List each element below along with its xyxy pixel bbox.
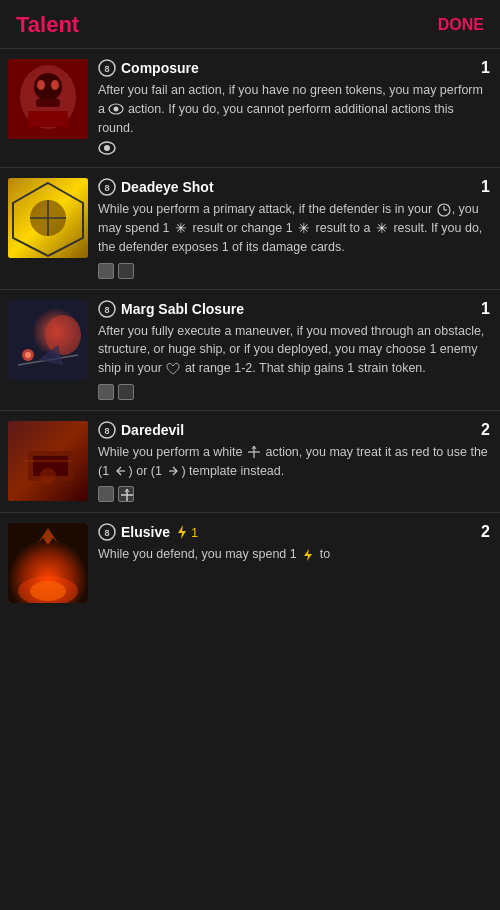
deadeye-title: Deadeye Shot — [121, 179, 214, 195]
talent-symbol-icon4: 8 — [98, 421, 116, 439]
list-item: 8 Deadeye Shot 1 While you perform a pri… — [0, 167, 500, 288]
token-square-4 — [118, 384, 134, 400]
burst-inline-icon2: ✳ — [296, 221, 312, 237]
daredevil-image — [8, 421, 88, 501]
bolt-inline-icon — [300, 547, 316, 563]
daredevil-content: 8 Daredevil 2 While you perform a white … — [98, 421, 490, 503]
bolt-count: 1 — [191, 525, 198, 540]
deadeye-content: 8 Deadeye Shot 1 While you perform a pri… — [98, 178, 490, 278]
svg-text:8: 8 — [104, 426, 109, 436]
done-button[interactable]: DONE — [438, 16, 484, 34]
elusive-count: 2 — [472, 523, 490, 541]
deadeye-name-group: 8 Deadeye Shot — [98, 178, 214, 196]
svg-rect-5 — [36, 99, 60, 107]
list-item: 8 Marg Sabl Closure 1 After you fully ex… — [0, 289, 500, 410]
header: Talent DONE — [0, 0, 500, 48]
svg-point-30 — [25, 352, 31, 358]
svg-point-12 — [104, 145, 110, 151]
svg-point-37 — [40, 468, 56, 484]
svg-text:8: 8 — [104, 528, 109, 538]
deadeye-image — [8, 178, 88, 258]
svg-rect-6 — [28, 111, 68, 127]
deadeye-tokens — [98, 263, 490, 279]
daredevil-name-group: 8 Daredevil — [98, 421, 184, 439]
svg-marker-56 — [178, 525, 186, 539]
talent-symbol-icon3: 8 — [98, 300, 116, 318]
list-item: 8 Elusive 1 2 While you defend, you may … — [0, 512, 500, 613]
talent-symbol-icon5: 8 — [98, 523, 116, 541]
daredevil-title: Daredevil — [121, 422, 184, 438]
elusive-name-group: 8 Elusive 1 — [98, 523, 198, 541]
composure-image — [8, 59, 88, 139]
list-item: 8 Daredevil 2 While you perform a white … — [0, 410, 500, 513]
marg-description: After you fully execute a maneuver, if y… — [98, 322, 490, 378]
svg-point-3 — [37, 80, 45, 90]
marg-tokens — [98, 384, 490, 400]
svg-text:8: 8 — [104, 305, 109, 315]
burst-inline-icon1: ✳ — [173, 221, 189, 237]
svg-point-52 — [30, 581, 66, 601]
marg-title: Marg Sabl Closure — [121, 301, 244, 317]
token-square-1 — [98, 263, 114, 279]
elusive-image — [8, 523, 88, 603]
marg-content: 8 Marg Sabl Closure 1 After you fully ex… — [98, 300, 490, 400]
token-square-6 — [118, 486, 134, 502]
svg-point-4 — [51, 80, 59, 90]
composure-content: 8 Composure 1 After you fail an action, … — [98, 59, 490, 157]
deadeye-description: While you perform a primary attack, if t… — [98, 200, 490, 256]
svg-point-10 — [114, 107, 119, 112]
crosshair-inline-icon — [246, 444, 262, 460]
turn-right-icon — [165, 463, 181, 479]
composure-title: Composure — [121, 60, 199, 76]
talent-symbol-icon2: 8 — [98, 178, 116, 196]
talent-symbol-icon: 8 — [98, 59, 116, 77]
composure-count: 1 — [472, 59, 490, 77]
talent-list: 8 Composure 1 After you fail an action, … — [0, 48, 500, 623]
daredevil-count: 2 — [472, 421, 490, 439]
token-square-5 — [98, 486, 114, 502]
svg-point-26 — [45, 315, 81, 355]
composure-description: After you fail an action, if you have no… — [98, 81, 490, 157]
burst-inline-icon3: ✳ — [374, 221, 390, 237]
svg-text:8: 8 — [104, 183, 109, 193]
svg-marker-57 — [304, 549, 312, 561]
bolt-badge: 1 — [175, 524, 198, 540]
daredevil-tokens — [98, 486, 490, 502]
deadeye-count: 1 — [472, 178, 490, 196]
daredevil-description: While you perform a white action, you ma… — [98, 443, 490, 481]
list-item: 8 Composure 1 After you fail an action, … — [0, 48, 500, 167]
marg-image — [8, 300, 88, 380]
elusive-description: While you defend, you may spend 1 to — [98, 545, 490, 564]
eye-inline-icon — [108, 101, 124, 117]
svg-text:8: 8 — [104, 64, 109, 74]
token-square-3 — [98, 384, 114, 400]
token-square-2 — [118, 263, 134, 279]
marg-name-group: 8 Marg Sabl Closure — [98, 300, 244, 318]
composure-name-group: 8 Composure — [98, 59, 199, 77]
turn-left-icon — [113, 463, 129, 479]
eye-bottom-icon — [98, 141, 114, 157]
elusive-content: 8 Elusive 1 2 While you defend, you may … — [98, 523, 490, 564]
marg-count: 1 — [472, 300, 490, 318]
clock-inline-icon — [436, 202, 452, 218]
elusive-title: Elusive — [121, 524, 170, 540]
heart-inline-icon — [165, 361, 181, 377]
page-title: Talent — [16, 12, 79, 38]
